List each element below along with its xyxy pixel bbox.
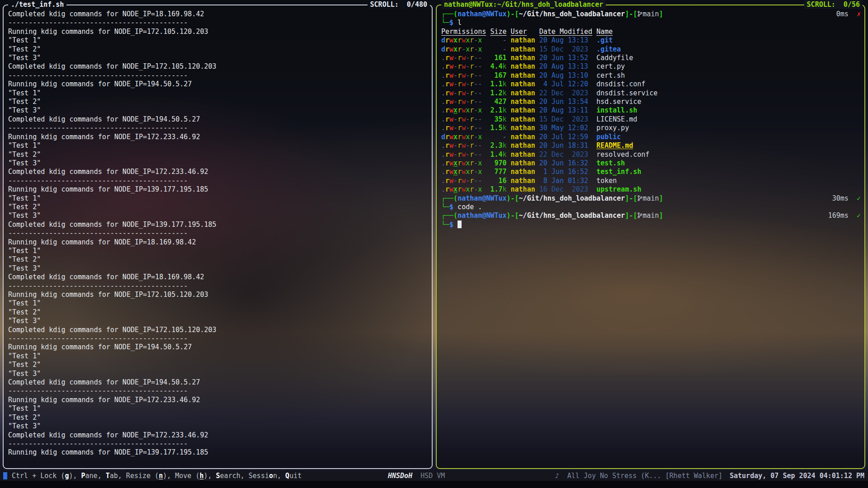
file-row: .rw-rw-r-- 35k nathan 15 Dec 2023 LICENS… [441, 115, 861, 124]
file-size: 161 [490, 54, 506, 62]
git-branch-icon [637, 10, 642, 19]
command-duration: 0ms ✗ [836, 10, 861, 19]
file-date: 4 Jul 12:20 [539, 80, 588, 88]
tmux-pane-left[interactable]: ./test_inf.sh SCROLL: 0/480 Completed kd… [3, 5, 433, 469]
command-duration: 169ms ✓ [828, 211, 861, 220]
output-line: Running kdig commands for NODE_IP=194.50… [8, 80, 428, 89]
file-name: test.sh [596, 159, 625, 167]
prompt-user-host: nathan@NWTux [458, 10, 506, 18]
output-line: "Test 2" [8, 361, 428, 369]
file-owner: nathan [511, 45, 535, 53]
prompt-left: ┌──(nathan@NWTux)-[~/Git/hns_doh_loadbal… [441, 194, 663, 203]
file-size: 427 [490, 98, 506, 106]
output-line: "Test 1" [8, 89, 428, 98]
file-owner: nathan [511, 141, 535, 150]
duration-value: 30ms [832, 194, 857, 202]
file-name: install.sh [596, 106, 637, 114]
cross-icon: ✗ [857, 10, 861, 18]
duration-value: 0ms [836, 10, 857, 18]
file-row: .rw-rw-r-- 4.4k nathan 20 Aug 13:13 cert… [441, 62, 861, 71]
screen-bottom-margin [0, 481, 868, 488]
file-owner: nathan [511, 133, 535, 141]
output-line: Running kdig commands for NODE_IP=139.17… [8, 448, 428, 457]
file-row: .rw-rw-r-- 427 nathan 20 Jun 13:54 hsd.s… [441, 98, 861, 106]
file-permissions: drwxrwxr-x [441, 36, 482, 44]
output-line: Completed kdig commands for NODE_IP=172.… [8, 62, 428, 71]
file-permissions: .rw-rw-r-- [441, 115, 482, 123]
hotkey: o [269, 472, 273, 480]
file-date: 8 Jan 01:32 [539, 177, 588, 185]
tmux-pane-right[interactable]: nathan@NWTux:~/Git/hns_doh_loadbalancer … [436, 5, 865, 469]
output-line: Completed kdig commands for NODE_IP=194.… [8, 115, 428, 124]
file-row: .rw-rw-r-- 1.4k nathan 22 Dec 2023 resol… [441, 150, 861, 159]
file-name: .gitea [596, 45, 621, 53]
file-row: .rw-rw-r-- 161 nathan 20 Jun 13:52 Caddy… [441, 54, 861, 62]
file-size: 35k [490, 115, 506, 123]
prompt-line: ┌──(nathan@NWTux)-[~/Git/hns_doh_loadbal… [441, 10, 861, 19]
file-owner: nathan [511, 71, 535, 80]
file-row: .rwxrwxr-x 777 nathan 1 Jun 16:52 test_i… [441, 168, 861, 176]
prompt-frame: )-[ [507, 194, 519, 202]
output-line: "Test 2" [8, 45, 428, 54]
file-name: upstream.sh [596, 185, 641, 193]
file-owner: nathan [511, 98, 535, 106]
git-branch-icon [637, 194, 642, 203]
command-line: └─$ code . [441, 203, 861, 211]
output-line: Completed kdig commands for NODE_IP=139.… [8, 221, 428, 229]
music-note-icon: ♪ [555, 472, 559, 480]
file-owner: nathan [511, 177, 535, 185]
window-tab-hnsdoh[interactable]: HNSDoH [388, 472, 412, 480]
column-header: Date Modified [539, 28, 592, 36]
file-owner: nathan [511, 54, 535, 62]
command-duration: 30ms ✓ [832, 194, 861, 203]
output-line: ----------------------------------------… [8, 334, 428, 343]
file-permissions: .rw-rw-r-- [441, 89, 482, 97]
output-line: "Test 1" [8, 352, 428, 361]
command-text: l [453, 19, 462, 27]
right-pane-terminal: ┌──(nathan@NWTux)-[~/Git/hns_doh_loadbal… [441, 10, 861, 465]
output-line: "Test 2" [8, 98, 428, 106]
output-line: Running kdig commands for NODE_IP=172.10… [8, 28, 428, 36]
file-size: 2.3k [490, 141, 506, 150]
prompt-line: ┌──(nathan@NWTux)-[~/Git/hns_doh_loadbal… [441, 194, 861, 203]
output-line: "Test 1" [8, 141, 428, 150]
prompt-frame: ] [659, 194, 663, 202]
status-right: ♪ All Joy No Stress (K... [Rhett Walker]… [555, 471, 864, 481]
prompt-user-host: nathan@NWTux [458, 194, 506, 202]
file-date: 20 Aug 13:13 [539, 62, 588, 70]
prompt-path: ~/Git/hns_doh_loadbalancer [519, 10, 625, 18]
prompt-frame: ┌──( [441, 211, 458, 220]
window-tab-hsd-vm[interactable]: HSD VM [420, 472, 445, 480]
file-date: 15 Dec 2023 [539, 115, 588, 123]
file-permissions: .rw-rw-r-- [441, 124, 482, 132]
prompt-frame: ] [659, 211, 663, 220]
file-size: - [490, 45, 506, 53]
file-owner: nathan [511, 115, 535, 123]
now-playing: ♪ All Joy No Stress (K... [Rhett Walker] [555, 471, 722, 481]
file-date: 20 Aug 13:11 [539, 106, 588, 114]
file-size: 970 [490, 159, 506, 167]
prompt-frame: )-[ [507, 211, 519, 220]
file-date: 20 Jun 13:52 [539, 54, 588, 62]
output-line: "Test 2" [8, 255, 428, 264]
file-name: dnsdist.conf [596, 80, 645, 88]
output-line: Completed kdig commands for NODE_IP=172.… [8, 326, 428, 334]
output-line: Running kdig commands for NODE_IP=139.17… [8, 185, 428, 194]
file-permissions: .rwxrwxr-x [441, 159, 482, 167]
file-owner: nathan [511, 62, 535, 70]
file-name: test_inf.sh [596, 168, 641, 176]
file-date: 20 Jun 18:31 [539, 141, 588, 150]
file-row: drwxrwxr-x - nathan 20 Jul 12:59 public [441, 133, 861, 141]
hotkey: S [216, 472, 220, 480]
file-size: 16 [490, 177, 506, 185]
command-line[interactable]: └─$ [441, 221, 861, 229]
file-permissions: .rwxrwxr-x [441, 168, 482, 176]
terminal-cursor[interactable] [458, 221, 462, 228]
now-playing-text: All Joy No Stress (K... [Rhett Walker] [559, 472, 722, 480]
file-row: .rw-rw-r-- 1.1k nathan 4 Jul 12:20 dnsdi… [441, 80, 861, 89]
output-line: "Test 1" [8, 194, 428, 203]
file-permissions: .rw-rw-r-- [441, 71, 482, 80]
output-line: "Test 3" [8, 422, 428, 431]
file-permissions: .rw-rw-r-- [441, 54, 482, 62]
file-name: proxy.py [596, 124, 629, 132]
